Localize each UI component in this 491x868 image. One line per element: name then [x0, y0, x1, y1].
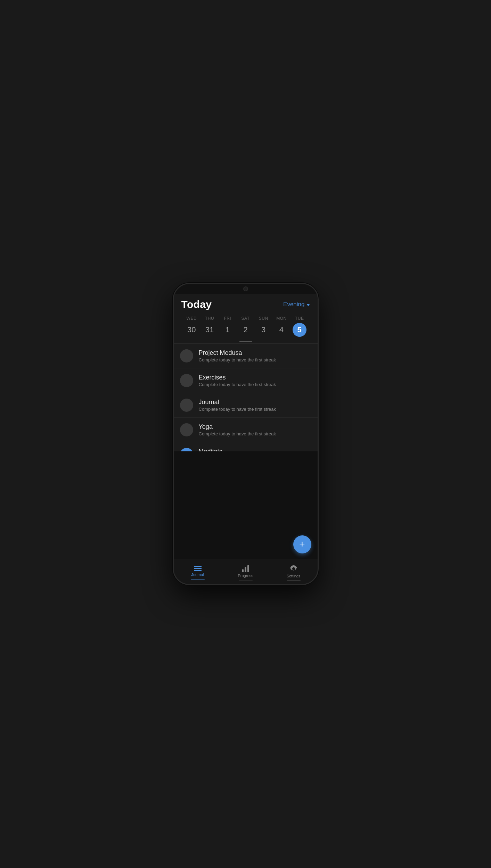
- camera-dot: [243, 286, 248, 291]
- time-filter-label: Evening: [283, 301, 304, 308]
- header: Today Evening WED 30 THU 31 FRI 1: [174, 294, 318, 343]
- habit-subtitle: Complete today to have the first streak: [199, 382, 311, 387]
- screen: Today Evening WED 30 THU 31 FRI 1: [174, 294, 318, 584]
- habit-checkbox-project-medusa[interactable]: ✓: [180, 349, 193, 362]
- empty-space: +: [174, 451, 318, 559]
- nav-indicator-settings: [287, 580, 301, 581]
- cal-day-sun[interactable]: SUN 3: [254, 316, 272, 337]
- cal-day-name: TUE: [295, 316, 304, 321]
- cal-day-num: 1: [221, 323, 235, 337]
- cal-day-thu[interactable]: THU 31: [201, 316, 219, 337]
- nav-label-journal: Journal: [191, 573, 204, 577]
- cal-day-num: 30: [185, 323, 198, 337]
- cal-day-name: THU: [205, 316, 214, 321]
- cal-day-name: WED: [187, 316, 197, 321]
- habit-name: Project Medusa: [199, 349, 311, 357]
- volume-up-button: [173, 340, 174, 357]
- habit-checkbox-journal[interactable]: ✓: [180, 399, 193, 412]
- cal-day-num: 31: [203, 323, 216, 337]
- volume-down-button: [173, 362, 174, 379]
- journal-line-2: [194, 568, 202, 569]
- nav-indicator-progress: [239, 580, 253, 581]
- progress-bar-3: [247, 565, 249, 572]
- habit-item-exercises[interactable]: ✓ Exercises Complete today to have the f…: [174, 368, 318, 393]
- habit-subtitle: Complete today to have the first streak: [199, 357, 311, 362]
- cal-day-tue[interactable]: TUE 5: [290, 316, 309, 337]
- cal-day-name: FRI: [224, 316, 231, 321]
- habit-checkbox-yoga[interactable]: ✓: [180, 423, 193, 436]
- settings-icon: [290, 565, 297, 573]
- habit-item-yoga[interactable]: ✓ Yoga Complete today to have the first …: [174, 418, 318, 442]
- cal-day-num: 3: [256, 323, 270, 337]
- progress-bar-2: [245, 567, 246, 572]
- page-title: Today: [181, 299, 212, 310]
- power-button: [318, 350, 319, 374]
- plus-icon: +: [299, 539, 305, 549]
- habit-info: Exercises Complete today to have the fir…: [199, 374, 311, 387]
- journal-line-1: [194, 566, 202, 567]
- nav-item-progress[interactable]: Progress: [222, 563, 270, 581]
- habit-info: Yoga Complete today to have the first st…: [199, 423, 311, 436]
- calendar-indicator: [239, 341, 252, 342]
- nav-label-settings: Settings: [287, 574, 301, 578]
- journal-icon: [194, 566, 202, 571]
- habit-subtitle: Complete today to have the first streak: [199, 407, 311, 412]
- progress-icon: [242, 565, 249, 572]
- time-filter-button[interactable]: Evening: [283, 301, 310, 308]
- habit-item-journal[interactable]: ✓ Journal Complete today to have the fir…: [174, 393, 318, 418]
- add-habit-button[interactable]: +: [293, 535, 311, 553]
- cal-day-num: 5: [293, 323, 306, 337]
- cal-day-name: SUN: [259, 316, 268, 321]
- nav-label-progress: Progress: [238, 574, 253, 578]
- habit-name: Journal: [199, 399, 311, 406]
- cal-day-name: MON: [276, 316, 287, 321]
- journal-line-3: [194, 570, 202, 571]
- nav-item-journal[interactable]: Journal: [174, 564, 222, 579]
- habit-info: Journal Complete today to have the first…: [199, 399, 311, 412]
- habit-name: Yoga: [199, 423, 311, 431]
- cal-day-sat[interactable]: SAT 2: [237, 316, 255, 337]
- habit-subtitle: Complete today to have the first streak: [199, 431, 311, 436]
- habit-info: Meditate 1-day streak: [199, 448, 311, 451]
- calendar: WED 30 THU 31 FRI 1 SAT 2 SUN 3: [181, 316, 310, 337]
- phone-shell: Today Evening WED 30 THU 31 FRI 1: [173, 283, 319, 585]
- habit-name: Exercises: [199, 374, 311, 381]
- nav-indicator-journal: [191, 579, 205, 579]
- dropdown-arrow-icon: [306, 304, 310, 306]
- camera-bar: [174, 284, 318, 294]
- habit-list: ✓ Project Medusa Complete today to have …: [174, 344, 318, 451]
- habit-checkbox-exercises[interactable]: ✓: [180, 374, 193, 387]
- habit-name: Meditate: [199, 448, 311, 451]
- habit-item-meditate[interactable]: ✓ Meditate 1-day streak: [174, 442, 318, 451]
- cal-day-wed[interactable]: WED 30: [183, 316, 201, 337]
- habit-info: Project Medusa Complete today to have th…: [199, 349, 311, 362]
- progress-bar-1: [242, 569, 244, 572]
- cal-day-name: SAT: [242, 316, 250, 321]
- cal-day-mon[interactable]: MON 4: [272, 316, 290, 337]
- bottom-nav: Journal Progress Settings: [174, 559, 318, 584]
- habit-checkbox-meditate[interactable]: ✓: [180, 448, 193, 451]
- cal-day-num: 4: [275, 323, 288, 337]
- calendar-indicator-wrapper: [181, 341, 310, 343]
- cal-day-num: 2: [239, 323, 253, 337]
- gear-center: [292, 567, 295, 570]
- habit-item-project-medusa[interactable]: ✓ Project Medusa Complete today to have …: [174, 344, 318, 368]
- nav-item-settings[interactable]: Settings: [270, 563, 318, 581]
- cal-day-fri[interactable]: FRI 1: [219, 316, 237, 337]
